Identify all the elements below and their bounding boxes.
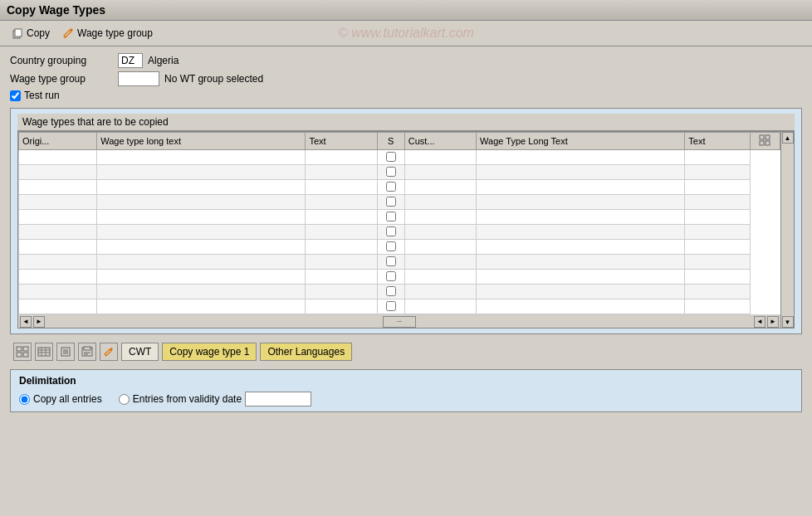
svg-rect-10: [23, 353, 28, 357]
delimitation-section: Delimitation Copy all entries Entries fr…: [10, 369, 802, 412]
h-scroll-right-area: ◄ ►: [754, 316, 779, 328]
table-inner: Origi... Wage type long text Text S Cust…: [18, 132, 780, 328]
table-row: [19, 165, 780, 180]
table-row: [19, 270, 780, 285]
table-outer: Origi... Wage type long text Text S Cust…: [17, 131, 795, 329]
table-row: [19, 150, 780, 165]
copy-wage-button[interactable]: Copy wage type 1: [162, 343, 257, 361]
copy-label: Copy: [27, 27, 50, 39]
svg-rect-11: [38, 348, 50, 356]
cwt-button[interactable]: CWT: [121, 343, 159, 361]
action-icon-btn-4[interactable]: [78, 343, 96, 361]
toolbar: Copy Wage type group © www.tutorialkart.…: [0, 21, 812, 46]
scroll-up-btn[interactable]: ▲: [782, 132, 794, 144]
wage-type-group-button[interactable]: Wage type group: [57, 24, 157, 42]
h-scroll-thumb[interactable]: ···: [383, 316, 416, 328]
entries-from-option: Entries from validity date: [119, 392, 311, 406]
test-run-row: Test run: [10, 90, 802, 101]
copy-all-radio[interactable]: [19, 394, 30, 405]
table-header-row: Origi... Wage type long text Text S Cust…: [19, 133, 780, 150]
table-row: [19, 299, 780, 314]
pencil-icon: [61, 27, 75, 40]
table-scrollbar: ▲ ▼: [780, 132, 794, 328]
country-grouping-label: Country grouping: [10, 55, 118, 66]
other-languages-button[interactable]: Other Languages: [260, 343, 352, 361]
table-row: [19, 285, 780, 299]
svg-rect-3: [760, 135, 764, 139]
svg-rect-7: [17, 347, 22, 351]
scroll-down-btn[interactable]: ▼: [782, 316, 794, 328]
table-row: [19, 180, 780, 195]
col-header-long2: Wage Type Long Text: [477, 133, 685, 150]
wage-type-group-label: Wage type group: [77, 27, 153, 39]
country-name: Algeria: [148, 55, 179, 66]
h-scroll-middle: ···: [46, 316, 752, 328]
action-toolbar: CWT Copy wage type 1 Other Languages: [10, 339, 802, 364]
col-header-icon: [750, 133, 780, 150]
svg-rect-1: [15, 29, 22, 37]
delimitation-title: Delimitation: [19, 375, 793, 387]
action-icon-btn-3[interactable]: [56, 343, 75, 361]
h-scroll-right-btn[interactable]: ►: [33, 316, 45, 328]
h-scroll-left-btn[interactable]: ◄: [20, 316, 32, 328]
wage-type-group-desc: No WT group selected: [164, 73, 263, 85]
action-icon-btn-1[interactable]: [13, 343, 32, 361]
watermark: © www.tutorialkart.com: [338, 26, 474, 41]
entries-from-label: Entries from validity date: [133, 393, 242, 405]
svg-rect-21: [84, 347, 90, 350]
title-bar: Copy Wage Types: [0, 0, 812, 21]
table-row: [19, 255, 780, 270]
svg-rect-4: [766, 135, 770, 139]
wage-type-group-label: Wage type group: [10, 73, 118, 85]
col-header-text2: Text: [685, 133, 751, 150]
col-header-orig: Origi...: [19, 133, 97, 150]
copy-all-label: Copy all entries: [33, 393, 102, 405]
svg-rect-5: [760, 141, 764, 145]
col-header-text: Text: [306, 133, 377, 150]
h-scroll-right3-btn[interactable]: ►: [767, 316, 779, 328]
wage-type-group-row: Wage type group No WT group selected: [10, 71, 802, 86]
scroll-thumb[interactable]: [783, 144, 793, 316]
action-icon-btn-5[interactable]: [100, 343, 118, 361]
page-title: Copy Wage Types: [7, 3, 105, 17]
action-icon-btn-2[interactable]: [35, 343, 53, 361]
col-header-s: S: [377, 133, 404, 150]
wage-types-table: Origi... Wage type long text Text S Cust…: [18, 132, 780, 314]
table-row: [19, 195, 780, 210]
table-row: [19, 225, 780, 240]
copy-all-option: Copy all entries: [19, 393, 102, 405]
svg-rect-9: [17, 353, 22, 357]
copy-icon: [11, 27, 24, 40]
col-header-cust: Cust...: [404, 133, 476, 150]
validity-date-input[interactable]: [245, 392, 311, 406]
table-row: [19, 210, 780, 225]
copy-button[interactable]: Copy: [7, 24, 54, 42]
test-run-checkbox[interactable]: [10, 90, 21, 101]
svg-rect-8: [23, 347, 28, 351]
table-section-label: Wage types that are to be copied: [17, 114, 795, 131]
col-header-long: Wage type long text: [97, 133, 306, 150]
h-scroll-area: ◄ ► ··· ◄ ►: [18, 314, 780, 328]
entries-from-radio[interactable]: [119, 394, 130, 405]
svg-rect-6: [766, 141, 770, 145]
h-scroll-right2-btn[interactable]: ◄: [754, 316, 766, 328]
country-grouping-row: Country grouping Algeria: [10, 53, 802, 68]
country-grouping-input[interactable]: [118, 53, 143, 68]
test-run-label: Test run: [24, 90, 60, 101]
table-row: [19, 240, 780, 255]
delimitation-row: Copy all entries Entries from validity d…: [19, 392, 793, 406]
table-section: Wage types that are to be copied Origi..…: [10, 108, 802, 334]
wage-type-group-input[interactable]: [118, 71, 159, 86]
main-content: Country grouping Algeria Wage type group…: [0, 46, 812, 419]
